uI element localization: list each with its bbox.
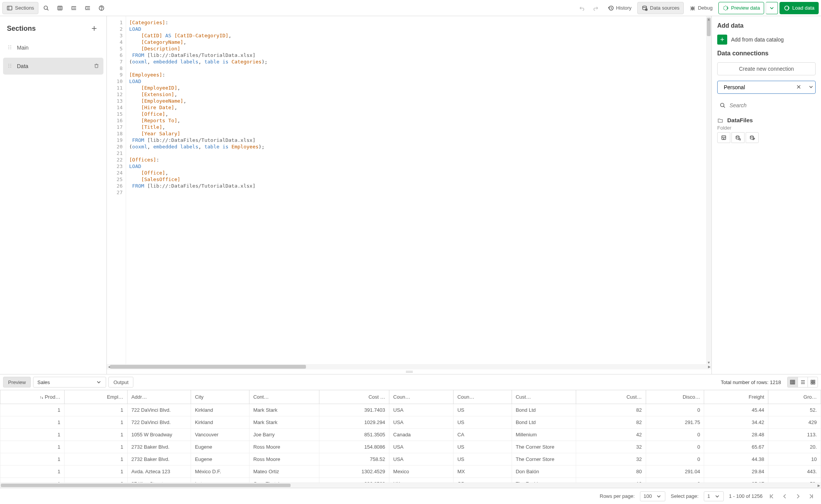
- view-grid-button[interactable]: [808, 377, 818, 387]
- column-header[interactable]: Disco…: [646, 390, 704, 404]
- last-page-button[interactable]: [807, 492, 815, 500]
- table-cell: 113.: [768, 429, 821, 441]
- table-cell: 1: [64, 429, 127, 441]
- table-row[interactable]: 1237 King StreetLutonGreg Thatcher336.85…: [0, 478, 821, 483]
- table-row[interactable]: 11Avda. Azteca 123México D.F.Mateo Ortiz…: [0, 466, 821, 478]
- column-header[interactable]: City: [191, 390, 249, 404]
- table-row[interactable]: 11722 DaVinci Blvd.KirklandMark Stark391…: [0, 404, 821, 416]
- table-row[interactable]: 111055 W BroadwayVancouverJoe Barry851.3…: [0, 429, 821, 441]
- svg-rect-57: [791, 380, 795, 384]
- column-header[interactable]: Coun…: [389, 390, 454, 404]
- preview-data-button[interactable]: Preview data: [718, 2, 764, 14]
- table-row[interactable]: 11722 DaVinci Blvd.KirklandMark Stark102…: [0, 416, 821, 429]
- svg-point-56: [750, 136, 753, 137]
- horizontal-splitter[interactable]: [107, 369, 711, 374]
- scrollbar-thumb[interactable]: [110, 365, 306, 369]
- table-cell: Avda. Azteca 123: [127, 466, 191, 478]
- column-header[interactable]: Addr…: [127, 390, 191, 404]
- create-connection-button[interactable]: Create new connection: [717, 62, 816, 75]
- view-table-button[interactable]: [788, 377, 798, 387]
- redo-button[interactable]: [590, 2, 602, 14]
- add-section-button[interactable]: [89, 23, 100, 34]
- connection-insert-button[interactable]: [717, 132, 730, 143]
- indent-button[interactable]: [68, 2, 80, 14]
- connection-select-data-button[interactable]: [731, 132, 745, 143]
- svg-point-36: [10, 48, 11, 49]
- chevron-down-icon: [714, 493, 720, 499]
- column-header[interactable]: Cont…: [249, 390, 319, 404]
- column-header[interactable]: Empl…: [64, 390, 127, 404]
- table-cell: UK: [389, 478, 454, 483]
- preview-data-dropdown[interactable]: [766, 2, 778, 14]
- search-button[interactable]: [40, 2, 52, 14]
- preview-table-wrap[interactable]: ↑₁Prod…Empl…Addr…CityCont…Cost …Coun…Cou…: [0, 390, 821, 482]
- script-editor[interactable]: 1234567891011121314151617181920212223242…: [107, 16, 711, 364]
- column-header[interactable]: Coun…: [453, 390, 512, 404]
- debug-button[interactable]: Debug: [685, 2, 717, 14]
- editor-horizontal-scrollbar[interactable]: ◀ ▶: [107, 364, 711, 369]
- output-tab[interactable]: Output: [108, 377, 133, 388]
- table-cell: The Corner Store: [512, 453, 576, 466]
- prev-page-button[interactable]: [781, 492, 789, 500]
- data-sources-label: Data sources: [650, 5, 680, 11]
- preview-horizontal-scrollbar[interactable]: ◀ ▶: [0, 482, 821, 488]
- list-icon: [800, 379, 806, 385]
- clear-space-button[interactable]: [794, 83, 803, 92]
- table-cell: 1: [64, 416, 127, 429]
- first-page-button[interactable]: [768, 492, 776, 500]
- table-cell: GB: [453, 478, 512, 483]
- preview-table-select[interactable]: Sales: [33, 377, 106, 388]
- select-page-select[interactable]: 1: [704, 491, 723, 501]
- space-selector[interactable]: [717, 81, 816, 94]
- svg-point-54: [739, 138, 740, 140]
- preview-tab[interactable]: Preview: [3, 377, 31, 388]
- table-cell: 722 DaVinci Blvd.: [127, 416, 191, 429]
- outdent-button[interactable]: [81, 2, 94, 14]
- grid-icon: [810, 379, 816, 385]
- column-header[interactable]: Gro…: [768, 390, 821, 404]
- connection-search-input[interactable]: [730, 102, 813, 108]
- column-header[interactable]: Cust…: [512, 390, 576, 404]
- help-button[interactable]: [95, 2, 108, 14]
- connection-search[interactable]: [717, 99, 816, 111]
- view-list-button[interactable]: [798, 377, 808, 387]
- column-header[interactable]: ↑₁Prod…: [0, 390, 65, 404]
- table-cell: Mateo Ortiz: [249, 466, 319, 478]
- column-header[interactable]: Freight: [704, 390, 768, 404]
- table-cell: 19: [576, 478, 646, 483]
- undo-button[interactable]: [576, 2, 588, 14]
- preview-tab-label: Preview: [8, 379, 26, 385]
- table-cell: 80: [576, 466, 646, 478]
- close-icon: [796, 84, 802, 90]
- load-data-button[interactable]: Load data: [779, 2, 819, 14]
- scrollbar-thumb[interactable]: [1, 484, 291, 487]
- table-row[interactable]: 112732 Baker Blvd.EugeneRoss Moore154.80…: [0, 441, 821, 453]
- section-item-data[interactable]: Data: [3, 58, 103, 75]
- space-input[interactable]: [724, 84, 791, 90]
- history-button[interactable]: History: [603, 2, 636, 14]
- add-from-catalog-button[interactable]: + Add from data catalog: [717, 35, 816, 45]
- table-cell: Vancouver: [191, 429, 249, 441]
- load-icon: [784, 5, 790, 11]
- space-dropdown-button[interactable]: [806, 83, 816, 92]
- table-cell: 758.52: [319, 453, 389, 466]
- table-cell: USA: [389, 416, 454, 429]
- table-row[interactable]: 112732 Baker Blvd.EugeneRoss Moore758.52…: [0, 453, 821, 466]
- section-item-main[interactable]: Main: [3, 39, 103, 56]
- select-page-label: Select page:: [671, 493, 698, 499]
- preview-view-toggle: [787, 377, 818, 388]
- connection-edit-button[interactable]: [746, 132, 759, 143]
- next-page-button[interactable]: [794, 492, 802, 500]
- sections-toggle-button[interactable]: Sections: [2, 2, 38, 14]
- rows-per-page-select[interactable]: 100: [640, 491, 665, 501]
- code-content[interactable]: [Categories]:LOAD [CatID] AS [CatID-Cate…: [126, 16, 711, 364]
- panel-left-icon: [7, 5, 13, 11]
- delete-section-button[interactable]: [93, 63, 100, 70]
- column-header[interactable]: Cust…: [576, 390, 646, 404]
- svg-point-41: [8, 67, 9, 68]
- editor-vertical-scrollbar[interactable]: ▲ ▼: [706, 16, 711, 364]
- table-cell: 429: [768, 416, 821, 429]
- data-sources-button[interactable]: Data sources: [637, 2, 684, 14]
- comment-toggle-button[interactable]: [54, 2, 66, 14]
- column-header[interactable]: Cost …: [319, 390, 389, 404]
